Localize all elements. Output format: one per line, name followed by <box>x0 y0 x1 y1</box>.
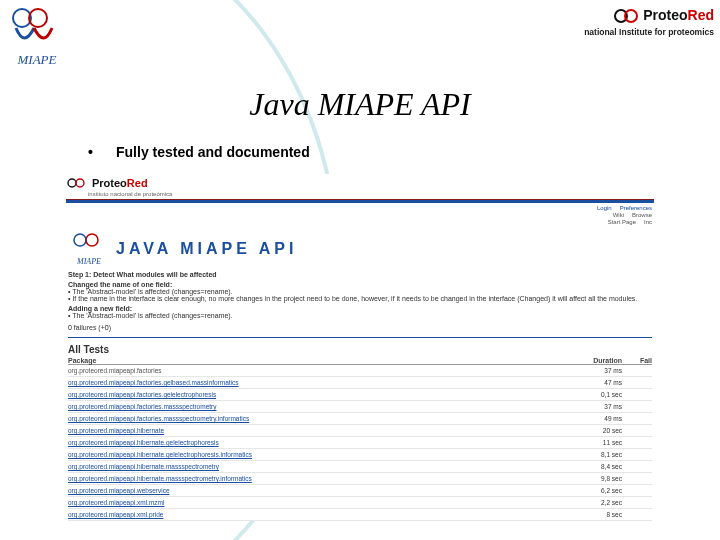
link-login[interactable]: Login <box>597 205 612 211</box>
step-h2: Adding a new field: <box>68 305 132 312</box>
duration-cell: 8 sec <box>572 509 622 520</box>
step-title: Step 1: Detect What modules will be affe… <box>68 271 217 278</box>
shot-brand-b: Red <box>127 177 148 189</box>
duration-cell: 37 ms <box>572 365 622 376</box>
link-startpage[interactable]: Start Page <box>608 219 636 225</box>
table-row: org.proteored.miapeapi.hibernate20 sec <box>68 425 652 437</box>
duration-cell: 6,2 sec <box>572 485 622 496</box>
pkg-link[interactable]: org.proteored.miapeapi.xml.mzml <box>68 497 572 508</box>
pkg-link[interactable]: org.proteored.miapeapi.webservice <box>68 485 572 496</box>
step-l1: • The 'Abstract-model' is affected (chan… <box>68 288 652 295</box>
step-l3: • The 'Abstract-model' is affected (chan… <box>68 312 652 319</box>
table-row: org.proteored.miapeapi.factories37 ms <box>68 365 652 377</box>
duration-cell: 20 sec <box>572 425 622 436</box>
fail-cell <box>622 365 652 376</box>
table-row: org.proteored.miapeapi.factories.massspe… <box>68 413 652 425</box>
pkg-link[interactable]: org.proteored.miapeapi.hibernate.gelelec… <box>68 437 572 448</box>
svg-point-6 <box>76 179 84 187</box>
api-banner-title: JAVA MIAPE API <box>116 240 297 258</box>
fail-cell <box>622 437 652 448</box>
fail-cell <box>622 413 652 424</box>
pkg-link[interactable]: org.proteored.miapeapi.hibernate.massspe… <box>68 473 572 484</box>
miape-logo: MIAPE <box>4 4 70 68</box>
screenshot-panel: ProteoRed instituto nacional de proteómi… <box>62 174 658 521</box>
fail-cell <box>622 425 652 436</box>
pkg-link[interactable]: org.proteored.miapeapi.hibernate.gelelec… <box>68 449 572 460</box>
table-row: org.proteored.miapeapi.factories.massspe… <box>68 401 652 413</box>
duration-cell: 9,8 sec <box>572 473 622 484</box>
svg-point-7 <box>74 234 86 246</box>
duration-cell: 47 ms <box>572 377 622 388</box>
link-wiki[interactable]: Wiki <box>613 212 624 218</box>
step-l2: • If the name in the interface is clear … <box>68 295 637 302</box>
table-row: org.proteored.miapeapi.factories.gelelec… <box>68 389 652 401</box>
th-fail: Fail <box>622 357 652 364</box>
brand-proteo: Proteo <box>643 7 687 23</box>
duration-cell: 11 sec <box>572 437 622 448</box>
failures-line: 0 failures (+0) <box>68 324 652 331</box>
fail-cell <box>622 497 652 508</box>
svg-text:MIAPE: MIAPE <box>17 52 57 67</box>
slide-title: Java MIAPE API <box>0 86 720 123</box>
shot-top-links: LoginPreferences WikiBrowse Start PageIn… <box>62 203 658 227</box>
table-row: org.proteored.miapeapi.xml.mzml2,2 sec <box>68 497 652 509</box>
brand-subtitle: national Institute for proteomics <box>574 27 714 37</box>
tests-table-header: Package Duration Fail <box>68 357 652 365</box>
proteored-logo-top: ProteoRed national Institute for proteom… <box>574 6 714 37</box>
fail-cell <box>622 377 652 388</box>
shot-brand-a: Proteo <box>92 177 127 189</box>
pkg-link[interactable]: org.proteored.miapeapi.factories.gelelec… <box>68 389 572 400</box>
link-browse[interactable]: Browse <box>632 212 652 218</box>
bullet-1-text: Fully tested and documented <box>116 144 310 160</box>
table-row: org.proteored.miapeapi.hibernate.gelelec… <box>68 437 652 449</box>
table-row: org.proteored.miapeapi.factories.gelbase… <box>68 377 652 389</box>
pkg-link[interactable]: org.proteored.miapeapi.hibernate <box>68 425 572 436</box>
miape-logo-small: MIAPE <box>68 231 110 267</box>
svg-point-8 <box>86 234 98 246</box>
pkg-link[interactable]: org.proteored.miapeapi.xml.pride <box>68 509 572 520</box>
th-duration: Duration <box>572 357 622 364</box>
pkg-link: org.proteored.miapeapi.factories <box>68 365 572 376</box>
svg-text:MIAPE: MIAPE <box>76 257 101 266</box>
pkg-link[interactable]: org.proteored.miapeapi.factories.massspe… <box>68 413 572 424</box>
table-row: org.proteored.miapeapi.hibernate.massspe… <box>68 473 652 485</box>
section-divider <box>68 337 652 338</box>
table-row: org.proteored.miapeapi.hibernate.gelelec… <box>68 449 652 461</box>
fail-cell <box>622 401 652 412</box>
pkg-link[interactable]: org.proteored.miapeapi.factories.massspe… <box>68 401 572 412</box>
fail-cell <box>622 509 652 520</box>
proteored-glyph-icon <box>66 176 86 190</box>
brand-red: Red <box>688 7 714 23</box>
table-row: org.proteored.miapeapi.xml.pride8 sec <box>68 509 652 521</box>
duration-cell: 8,1 sec <box>572 449 622 460</box>
link-inc[interactable]: Inc <box>644 219 652 225</box>
fail-cell <box>622 389 652 400</box>
link-preferences[interactable]: Preferences <box>620 205 652 211</box>
fail-cell <box>622 485 652 496</box>
step-h1: Changed the name of one field: <box>68 281 172 288</box>
svg-point-5 <box>68 179 76 187</box>
fail-cell <box>622 449 652 460</box>
duration-cell: 2,2 sec <box>572 497 622 508</box>
duration-cell: 8,4 sec <box>572 461 622 472</box>
bullet-1: •Fully tested and documented <box>88 144 310 160</box>
duration-cell: 49 ms <box>572 413 622 424</box>
shot-subtitle: instituto nacional de proteómica <box>88 191 658 197</box>
fail-cell <box>622 461 652 472</box>
pkg-link[interactable]: org.proteored.miapeapi.hibernate.massspe… <box>68 461 572 472</box>
fail-cell <box>622 473 652 484</box>
duration-cell: 0,1 sec <box>572 389 622 400</box>
all-tests-heading: All Tests <box>68 344 652 355</box>
th-package: Package <box>68 357 572 364</box>
table-row: org.proteored.miapeapi.hibernate.massspe… <box>68 461 652 473</box>
pkg-link[interactable]: org.proteored.miapeapi.factories.gelbase… <box>68 377 572 388</box>
duration-cell: 37 ms <box>572 401 622 412</box>
table-row: org.proteored.miapeapi.webservice6,2 sec <box>68 485 652 497</box>
